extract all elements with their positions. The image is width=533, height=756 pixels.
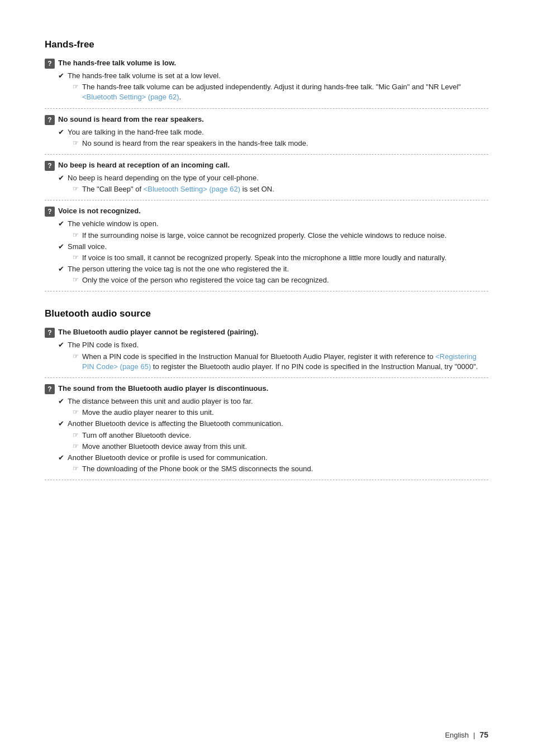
note-text: No sound is heard from the rear speakers…	[82, 138, 308, 149]
note-item: ☞ The hands-free talk volume can be adju…	[73, 82, 488, 102]
check-item: ✔ The hands-free talk volume is set at a…	[58, 71, 488, 81]
note-arrow-icon: ☞	[73, 276, 79, 284]
question-title-q3: No beep is heard at reception of an inco…	[58, 160, 230, 170]
note-arrow-icon: ☞	[73, 139, 79, 147]
note-arrow-icon: ☞	[73, 408, 79, 416]
note-arrow-icon: ☞	[73, 465, 79, 472]
check-item: ✔ Another Bluetooth device is affecting …	[58, 419, 488, 429]
check-item: ✔ The person uttering the voice tag is n…	[58, 264, 488, 274]
question-block-q3: ? No beep is heard at reception of an in…	[45, 160, 488, 194]
note-text: The "Call Beep" of <Bluetooth Setting> (…	[82, 184, 274, 194]
note-arrow-icon: ☞	[73, 83, 79, 90]
question-block-q2: ? No sound is heard from the rear speake…	[45, 114, 488, 149]
checkmark-icon: ✔	[58, 71, 64, 80]
checkmark-icon: ✔	[58, 341, 64, 349]
note-text: If voice is too small, it cannot be reco…	[82, 253, 446, 263]
checkmark-icon: ✔	[58, 242, 64, 251]
check-item: ✔ No beep is heard depending on the type…	[58, 173, 488, 183]
note-item: ☞ Move the audio player nearer to this u…	[73, 408, 488, 418]
footer-page-number: 75	[479, 730, 488, 739]
divider	[45, 200, 488, 200]
question-header-q5: ? The Bluetooth audio player cannot be r…	[45, 327, 488, 338]
check-item: ✔ You are talking in the hand-free talk …	[58, 127, 488, 137]
note-item: ☞ No sound is heard from the rear speake…	[73, 138, 488, 149]
question-icon-q6: ?	[45, 384, 55, 394]
section-title-bluetooth-audio: Bluetooth audio source	[45, 308, 488, 319]
check-text: The vehicle window is open.	[68, 219, 159, 229]
question-header-q2: ? No sound is heard from the rear speake…	[45, 114, 488, 125]
note-arrow-icon: ☞	[73, 231, 79, 239]
check-item: ✔ The PIN code is fixed.	[58, 340, 488, 350]
footer-separator: |	[473, 731, 475, 739]
answer-block-q2: ✔ You are talking in the hand-free talk …	[45, 127, 488, 149]
question-icon-q3: ?	[45, 161, 55, 171]
note-text: If the surrounding noise is large, voice…	[82, 231, 446, 241]
note-text: Move another Bluetooth device away from …	[82, 442, 247, 452]
answer-block-q1: ✔ The hands-free talk volume is set at a…	[45, 71, 488, 103]
note-text: Turn off another Bluetooth device.	[82, 430, 191, 441]
page-content: Hands-free ? The hands-free talk volume …	[0, 0, 533, 530]
note-item: ☞ The downloading of the Phone book or t…	[73, 464, 488, 474]
bluetooth-setting-link[interactable]: <Bluetooth Setting> (page 62)	[82, 93, 179, 101]
question-header-q3: ? No beep is heard at reception of an in…	[45, 160, 488, 171]
note-arrow-icon: ☞	[73, 185, 79, 193]
check-item: ✔ The distance between this unit and aud…	[58, 396, 488, 406]
note-text: Move the audio player nearer to this uni…	[82, 408, 214, 418]
question-title-q1: The hands-free talk volume is low.	[58, 58, 176, 68]
check-item: ✔ Small voice.	[58, 242, 488, 252]
note-item: ☞ Turn off another Bluetooth device.	[73, 430, 488, 441]
answer-block-q5: ✔ The PIN code is fixed. ☞ When a PIN co…	[45, 340, 488, 372]
divider	[45, 108, 488, 109]
question-header-q1: ? The hands-free talk volume is low.	[45, 58, 488, 69]
note-item: ☞ Move another Bluetooth device away fro…	[73, 442, 488, 452]
checkmark-icon: ✔	[58, 397, 64, 405]
question-title-q6: The sound from the Bluetooth audio playe…	[58, 384, 268, 394]
divider	[45, 377, 488, 378]
footer-language: English	[445, 731, 469, 739]
note-item: ☞ Only the voice of the person who regis…	[73, 275, 488, 285]
question-header-q4: ? Voice is not recognized.	[45, 206, 488, 217]
question-title-q5: The Bluetooth audio player cannot be reg…	[58, 327, 258, 337]
answer-block-q6: ✔ The distance between this unit and aud…	[45, 396, 488, 474]
check-text: Small voice.	[68, 242, 107, 252]
note-item: ☞ When a PIN code is specified in the In…	[73, 352, 488, 372]
check-text: The distance between this unit and audio…	[68, 396, 253, 406]
question-title-q2: No sound is heard from the rear speakers…	[58, 114, 204, 125]
checkmark-icon: ✔	[58, 174, 64, 182]
check-text: You are talking in the hand-free talk mo…	[68, 127, 204, 137]
question-header-q6: ? The sound from the Bluetooth audio pla…	[45, 384, 488, 394]
question-icon-q2: ?	[45, 115, 55, 125]
checkmark-icon: ✔	[58, 419, 64, 428]
check-text: The hands-free talk volume is set at a l…	[68, 71, 221, 81]
checkmark-icon: ✔	[58, 453, 64, 462]
check-text: Another Bluetooth device or profile is u…	[68, 453, 268, 463]
registering-pin-link[interactable]: <Registering PIN Code> (page 65)	[82, 352, 477, 371]
note-text: The hands-free talk volume can be adjust…	[82, 82, 488, 102]
bluetooth-setting-link2[interactable]: <Bluetooth Setting> (page 62)	[144, 185, 240, 193]
note-arrow-icon: ☞	[73, 442, 79, 450]
question-title-q4: Voice is not recognized.	[58, 206, 141, 216]
check-text: The PIN code is fixed.	[68, 340, 139, 350]
note-arrow-icon: ☞	[73, 253, 79, 261]
question-icon-q5: ?	[45, 328, 55, 338]
question-icon-q4: ?	[45, 207, 55, 217]
note-text: When a PIN code is specified in the Inst…	[82, 352, 488, 372]
note-item: ☞ If the surrounding noise is large, voi…	[73, 231, 488, 241]
note-arrow-icon: ☞	[73, 431, 79, 439]
note-item: ☞ If voice is too small, it cannot be re…	[73, 253, 488, 263]
divider	[45, 291, 488, 291]
answer-block-q4: ✔ The vehicle window is open. ☞ If the s…	[45, 219, 488, 285]
checkmark-icon: ✔	[58, 219, 64, 228]
note-arrow-icon: ☞	[73, 352, 79, 360]
divider	[45, 480, 488, 480]
question-block-q1: ? The hands-free talk volume is low. ✔ T…	[45, 58, 488, 103]
divider	[45, 154, 488, 155]
answer-block-q3: ✔ No beep is heard depending on the type…	[45, 173, 488, 194]
question-icon-q1: ?	[45, 59, 55, 69]
note-text: The downloading of the Phone book or the…	[82, 464, 313, 474]
check-item: ✔ Another Bluetooth device or profile is…	[58, 453, 488, 463]
checkmark-icon: ✔	[58, 128, 64, 136]
question-block-q6: ? The sound from the Bluetooth audio pla…	[45, 384, 488, 474]
check-text: The person uttering the voice tag is not…	[68, 264, 289, 274]
note-item: ☞ The "Call Beep" of <Bluetooth Setting>…	[73, 184, 488, 194]
